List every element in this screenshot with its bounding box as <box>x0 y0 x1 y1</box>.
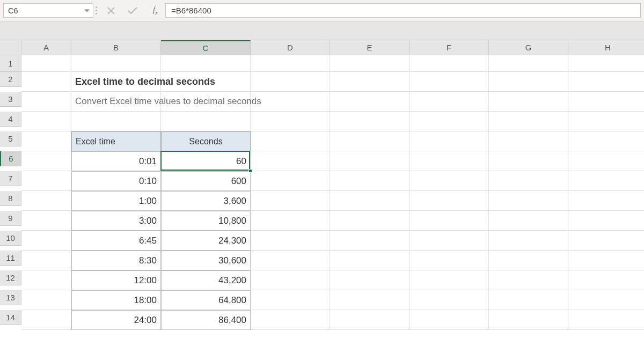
cell[interactable] <box>330 151 409 171</box>
subtitle-cell[interactable]: Convert Excel time values to decimal sec… <box>71 92 161 112</box>
table-header-time[interactable]: Excel time <box>71 131 161 151</box>
table-row[interactable]: 0:10 <box>71 171 161 191</box>
cancel-icon[interactable] <box>107 6 115 15</box>
cell[interactable] <box>409 251 489 270</box>
cell[interactable] <box>330 72 409 92</box>
table-row[interactable]: 64,800 <box>161 290 251 310</box>
cell[interactable] <box>568 131 644 151</box>
cell[interactable] <box>330 92 409 112</box>
chevron-down-icon[interactable] <box>84 9 90 12</box>
cell[interactable] <box>330 231 409 251</box>
table-row[interactable]: 30,600 <box>161 251 251 270</box>
cell[interactable] <box>568 151 644 171</box>
cell[interactable] <box>409 92 489 112</box>
cell[interactable] <box>21 171 71 191</box>
cell[interactable] <box>568 92 644 112</box>
cell[interactable] <box>568 72 644 92</box>
cell[interactable] <box>251 191 330 211</box>
row-header-6[interactable]: 6 <box>0 151 21 166</box>
row-header-4[interactable]: 4 <box>0 112 21 127</box>
col-header-c[interactable]: C <box>161 40 251 55</box>
cell[interactable] <box>21 151 71 171</box>
cell[interactable] <box>330 211 409 231</box>
cell[interactable] <box>21 251 71 270</box>
row-header-5[interactable]: 5 <box>0 131 21 146</box>
cell[interactable] <box>330 55 409 72</box>
cell[interactable] <box>251 55 330 72</box>
cell[interactable] <box>251 290 330 310</box>
resize-handle-icon[interactable] <box>93 0 99 21</box>
cell[interactable] <box>409 231 489 251</box>
cell[interactable] <box>71 55 161 72</box>
table-row[interactable]: 18:00 <box>71 290 161 310</box>
cell[interactable] <box>251 131 330 151</box>
cell[interactable] <box>409 131 489 151</box>
cell[interactable] <box>409 191 489 211</box>
table-row[interactable]: 12:00 <box>71 270 161 290</box>
cell[interactable] <box>21 191 71 211</box>
cell[interactable] <box>489 290 568 310</box>
table-row[interactable]: 0:01 <box>71 151 161 171</box>
row-header-13[interactable]: 13 <box>0 290 21 305</box>
cell[interactable] <box>489 270 568 290</box>
table-row[interactable]: 10,800 <box>161 211 251 231</box>
cell[interactable] <box>251 270 330 290</box>
col-header-b[interactable]: B <box>71 40 161 55</box>
cell[interactable] <box>568 290 644 310</box>
col-header-d[interactable]: D <box>251 40 330 55</box>
enter-check-icon[interactable] <box>127 6 138 15</box>
cell[interactable] <box>251 171 330 191</box>
row-header-7[interactable]: 7 <box>0 171 21 186</box>
cell[interactable] <box>330 112 409 131</box>
row-header-10[interactable]: 10 <box>0 231 21 246</box>
cell[interactable] <box>409 112 489 131</box>
cell[interactable] <box>21 92 71 112</box>
cell[interactable] <box>21 270 71 290</box>
cell[interactable] <box>489 310 568 330</box>
col-header-f[interactable]: F <box>409 40 489 55</box>
col-header-h[interactable]: H <box>568 40 644 55</box>
formula-input[interactable]: =B6*86400 <box>165 3 641 18</box>
cell[interactable] <box>161 55 251 72</box>
cell[interactable] <box>21 211 71 231</box>
cell[interactable] <box>489 131 568 151</box>
cell[interactable] <box>489 151 568 171</box>
cell[interactable] <box>568 270 644 290</box>
title-cell[interactable]: Excel time to decimal seconds <box>71 72 161 92</box>
cell[interactable] <box>489 72 568 92</box>
active-cell[interactable]: 60 <box>161 151 251 171</box>
cell[interactable] <box>568 55 644 72</box>
cell[interactable] <box>568 211 644 231</box>
table-row[interactable]: 600 <box>161 171 251 191</box>
cell[interactable] <box>251 231 330 251</box>
table-row[interactable]: 1:00 <box>71 191 161 211</box>
cell[interactable] <box>21 72 71 92</box>
cell[interactable] <box>330 191 409 211</box>
cell[interactable] <box>409 72 489 92</box>
fill-handle-icon[interactable] <box>248 169 252 173</box>
cell[interactable] <box>409 171 489 191</box>
table-row[interactable]: 86,400 <box>161 310 251 330</box>
cell[interactable] <box>21 55 71 72</box>
cell[interactable] <box>330 131 409 151</box>
row-header-3[interactable]: 3 <box>0 92 21 107</box>
cell[interactable] <box>21 112 71 131</box>
cell[interactable] <box>251 211 330 231</box>
cell[interactable] <box>568 310 644 330</box>
cell[interactable] <box>330 270 409 290</box>
cell[interactable] <box>489 55 568 72</box>
name-box[interactable]: C6 <box>3 3 93 18</box>
col-header-e[interactable]: E <box>330 40 409 55</box>
table-row[interactable]: 8:30 <box>71 251 161 270</box>
cell[interactable] <box>21 231 71 251</box>
cell[interactable] <box>251 310 330 330</box>
cell[interactable] <box>409 310 489 330</box>
cell[interactable] <box>21 131 71 151</box>
cell[interactable] <box>251 151 330 171</box>
table-header-seconds[interactable]: Seconds <box>161 131 251 151</box>
cell[interactable] <box>21 290 71 310</box>
table-row[interactable]: 43,200 <box>161 270 251 290</box>
fx-icon[interactable]: fx <box>153 5 158 16</box>
cell[interactable] <box>489 211 568 231</box>
table-row[interactable]: 3:00 <box>71 211 161 231</box>
